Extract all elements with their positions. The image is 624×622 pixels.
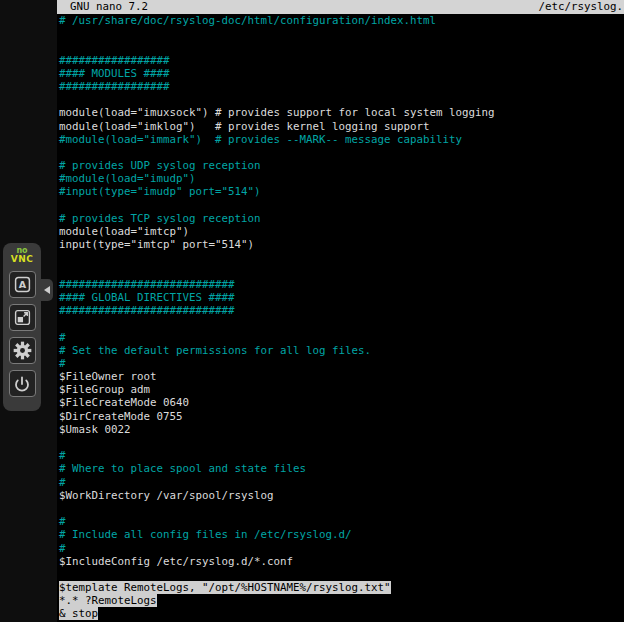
terminal-line: #### GLOBAL DIRECTIVES #### — [59, 291, 624, 304]
chevron-left-icon — [44, 286, 50, 294]
terminal-line: $DirCreateMode 0755 — [59, 410, 624, 423]
terminal-line: ################# — [59, 80, 624, 93]
terminal-line: #module(load="immark") # provides --MARK… — [59, 133, 624, 146]
terminal-line — [59, 146, 624, 159]
terminal-line — [59, 317, 624, 330]
terminal-line: $FileGroup adm — [59, 383, 624, 396]
terminal-line — [59, 93, 624, 106]
terminal-line: # provides TCP syslog reception — [59, 212, 624, 225]
terminal-line: ################# — [59, 54, 624, 67]
terminal-body: # /usr/share/doc/rsyslog-doc/html/config… — [57, 14, 624, 621]
terminal-line: *.* ?RemoteLogs — [59, 594, 624, 607]
terminal-line: $FileCreateMode 0640 — [59, 396, 624, 409]
terminal-line — [59, 40, 624, 53]
terminal-line: # — [59, 515, 624, 528]
terminal-line: ########################### — [59, 304, 624, 317]
terminal-line — [59, 199, 624, 212]
terminal-line — [59, 502, 624, 515]
vnc-terminal-screen[interactable]: GNU nano 7.2 /etc/rsyslog. # /usr/share/… — [57, 0, 624, 622]
terminal-line: # — [59, 357, 624, 370]
control-bar-handle[interactable] — [41, 279, 53, 301]
terminal-line: & stop — [59, 607, 624, 620]
terminal-line — [59, 265, 624, 278]
terminal-line — [59, 568, 624, 581]
terminal-line: #module(load="imudp") — [59, 172, 624, 185]
novnc-logo-vnc: VNC — [11, 255, 34, 264]
settings-button[interactable] — [9, 337, 36, 364]
terminal-line: input(type="imtcp" port="514") — [59, 238, 624, 251]
fullscreen-icon — [14, 309, 31, 326]
terminal-line: #### MODULES #### — [59, 67, 624, 80]
terminal-line — [59, 27, 624, 40]
terminal-line: ########################### — [59, 278, 624, 291]
power-button[interactable] — [9, 370, 36, 397]
terminal-line: $IncludeConfig /etc/rsyslog.d/*.conf — [59, 555, 624, 568]
terminal-line: # provides UDP syslog reception — [59, 159, 624, 172]
novnc-logo: no VNC — [11, 247, 34, 264]
svg-text:A: A — [18, 279, 26, 290]
gear-icon — [13, 341, 32, 360]
terminal-line: # /usr/share/doc/rsyslog-doc/html/config… — [59, 14, 624, 27]
terminal-line: $WorkDirectory /var/spool/rsyslog — [59, 489, 624, 502]
terminal-line: module(load="imtcp") — [59, 225, 624, 238]
nano-titlebar: GNU nano 7.2 /etc/rsyslog. — [57, 0, 624, 14]
terminal-line: $Umask 0022 — [59, 423, 624, 436]
terminal-line: $FileOwner root — [59, 370, 624, 383]
fullscreen-button[interactable] — [9, 304, 36, 331]
terminal-line — [59, 436, 624, 449]
terminal-line: # — [59, 476, 624, 489]
nano-filename: /etc/rsyslog. — [538, 0, 624, 14]
power-icon — [14, 376, 30, 392]
terminal-line: # Set the default permissions for all lo… — [59, 344, 624, 357]
terminal-line: module(load="imklog") # provides kernel … — [59, 120, 624, 133]
terminal-line: # — [59, 542, 624, 555]
terminal-line — [59, 251, 624, 264]
terminal-line: # — [59, 331, 624, 344]
keycap-a-icon: A — [14, 276, 31, 293]
terminal-line: # Include all config files in /etc/rsysl… — [59, 528, 624, 541]
terminal-line: # — [59, 449, 624, 462]
vnc-control-bar: no VNC A — [3, 243, 41, 411]
extra-keys-button[interactable]: A — [9, 271, 36, 298]
terminal-line: # Where to place spool and state files — [59, 462, 624, 475]
terminal-line: $template RemoteLogs, "/opt/%HOSTNAME%/r… — [59, 581, 624, 594]
terminal-line: module(load="imuxsock") # provides suppo… — [59, 106, 624, 119]
terminal-line: #input(type="imudp" port="514") — [59, 185, 624, 198]
nano-version: GNU nano 7.2 — [70, 0, 148, 14]
